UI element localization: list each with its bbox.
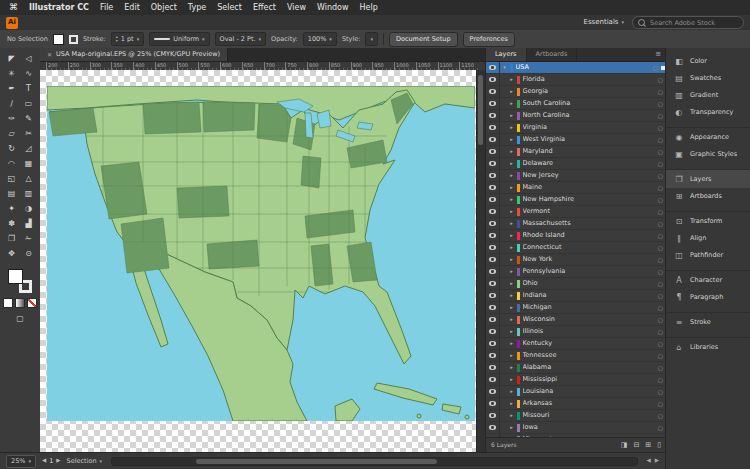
target-icon[interactable]: ○ xyxy=(658,221,663,227)
target-icon[interactable]: ○ xyxy=(658,257,663,263)
character-panel-button[interactable]: A Character xyxy=(666,270,750,289)
expand-chevron[interactable]: ▸▾ xyxy=(507,257,516,262)
menu-help[interactable]: Help xyxy=(359,4,377,12)
expand-chevron[interactable]: ▸▾ xyxy=(507,317,516,322)
visibility-toggle[interactable] xyxy=(486,206,500,217)
visibility-toggle[interactable] xyxy=(486,410,500,421)
expand-chevron[interactable]: ▸▾ xyxy=(507,77,516,82)
target-icon[interactable]: ○ xyxy=(658,293,663,299)
target-icon[interactable]: ○ xyxy=(658,281,663,287)
menu-view[interactable]: View xyxy=(287,4,306,12)
layer-row[interactable]: ▸▾ Pennsylvania ○ xyxy=(486,266,666,278)
artboard-next-icon[interactable]: ▶ xyxy=(56,458,60,464)
layer-row[interactable]: ▸▾ Delaware ○ xyxy=(486,158,666,170)
artboard-prev-icon[interactable]: ◀ xyxy=(42,458,46,464)
layer-name[interactable]: Pennsylvania xyxy=(523,268,655,275)
layer-row[interactable]: ▸▾ Vermont ○ xyxy=(486,206,666,218)
menu-file[interactable]: File xyxy=(100,4,113,12)
stroke-color-swatch[interactable] xyxy=(69,35,78,44)
layer-row[interactable]: ▸▾ Georgia ○ xyxy=(486,86,666,98)
target-icon[interactable]: ○ xyxy=(658,245,663,251)
expand-chevron[interactable]: ▸▾ xyxy=(507,209,516,214)
layer-name[interactable]: Wisconsin xyxy=(523,316,655,323)
align-panel-button[interactable]: ∥ Align xyxy=(666,230,750,247)
expand-chevron[interactable]: ▸▾ xyxy=(507,377,516,382)
graphic-styles-panel-button[interactable]: ▣ Graphic Styles xyxy=(666,146,750,163)
selection-tool[interactable]: ◤ xyxy=(3,51,20,66)
target-icon[interactable]: ○ xyxy=(658,77,663,83)
fill-stroke-control[interactable] xyxy=(8,269,32,293)
target-icon[interactable]: ○ xyxy=(658,377,663,383)
make-clipping-mask-icon[interactable]: ◨ xyxy=(621,442,628,449)
visibility-toggle[interactable] xyxy=(486,134,500,145)
artboard-tool[interactable]: ❐ xyxy=(3,231,20,246)
layer-row[interactable]: ▸▾ Tennessee ○ xyxy=(486,350,666,362)
expand-chevron[interactable]: ▸▾ xyxy=(507,413,516,418)
visibility-toggle[interactable] xyxy=(486,362,500,373)
visibility-toggle[interactable] xyxy=(486,74,500,85)
target-icon[interactable]: ○ xyxy=(658,113,663,119)
target-icon[interactable]: ○ xyxy=(658,341,663,347)
layer-row[interactable]: ▸▾ Maryland ○ xyxy=(486,146,666,158)
layer-row[interactable]: ▸▾ Michigan ○ xyxy=(486,302,666,314)
type-tool[interactable]: T xyxy=(20,81,37,96)
color-panel-button[interactable]: ◧ Color xyxy=(666,53,750,70)
layer-row[interactable]: ▸▾ Ohio ○ xyxy=(486,278,666,290)
visibility-toggle[interactable] xyxy=(486,146,500,157)
menu-illustrator-cc[interactable]: Illustrator CC xyxy=(29,4,89,12)
menu-effect[interactable]: Effect xyxy=(253,4,276,12)
visibility-toggle[interactable] xyxy=(486,374,500,385)
artboards-panel-button[interactable]: ⊞ Artboards xyxy=(666,188,750,205)
expand-chevron[interactable]: ▸▾ xyxy=(507,281,516,286)
delete-layer-icon[interactable]: ▯ xyxy=(657,442,661,449)
apple-menu-icon[interactable]: ⌘ xyxy=(9,3,18,12)
visibility-toggle[interactable] xyxy=(486,86,500,97)
rotate-tool[interactable]: ↻ xyxy=(3,141,20,156)
scrollbar-arrows[interactable]: ◀ ▶ xyxy=(647,458,659,464)
target-icon[interactable]: ○ xyxy=(653,65,658,71)
layer-row[interactable]: ▸▾ New Hampshire ○ xyxy=(486,194,666,206)
expand-chevron[interactable]: ▸▾ xyxy=(507,353,516,358)
visibility-toggle[interactable] xyxy=(486,170,500,181)
layer-row[interactable]: ▸▾ Rhode Island ○ xyxy=(486,230,666,242)
layer-name[interactable]: USA xyxy=(516,64,650,71)
mesh-tool[interactable]: ▤ xyxy=(3,186,20,201)
visibility-toggle[interactable] xyxy=(486,242,500,253)
gradient-mode-button[interactable] xyxy=(15,298,25,308)
artboard-number[interactable]: 1 xyxy=(49,458,53,465)
layer-name[interactable]: Florida xyxy=(523,76,655,83)
line-segment-tool[interactable]: ∕ xyxy=(3,96,20,111)
layer-name[interactable]: Louisiana xyxy=(523,388,655,395)
layer-name[interactable]: Iowa xyxy=(523,424,655,431)
visibility-toggle[interactable] xyxy=(486,338,500,349)
layer-name[interactable]: Maine xyxy=(523,184,655,191)
scroll-left-icon[interactable]: ◀ xyxy=(647,458,651,464)
canvas[interactable] xyxy=(40,70,477,452)
appearance-panel-button[interactable]: ◉ Appearance xyxy=(666,127,750,146)
visibility-toggle[interactable] xyxy=(486,386,500,397)
scissors-tool[interactable]: ✂ xyxy=(20,126,37,141)
pathfinder-panel-button[interactable]: ◫ Pathfinder xyxy=(666,247,750,264)
target-icon[interactable]: ○ xyxy=(658,89,663,95)
visibility-toggle[interactable] xyxy=(486,326,500,337)
menu-object[interactable]: Object xyxy=(151,4,177,12)
layer-name[interactable]: Arkansas xyxy=(523,400,655,407)
layer-row[interactable]: ▸▾ Virginia ○ xyxy=(486,122,666,134)
scale-tool[interactable]: ◿ xyxy=(20,141,37,156)
visibility-toggle[interactable] xyxy=(486,194,500,205)
menu-select[interactable]: Select xyxy=(217,4,242,12)
expand-chevron[interactable]: ▸▾ xyxy=(507,365,516,370)
layers-panel-button[interactable]: ❐ Layers xyxy=(666,169,750,188)
expand-chevron[interactable]: ▸▾ xyxy=(507,401,516,406)
column-graph-tool[interactable]: ▟ xyxy=(20,216,37,231)
target-icon[interactable]: ○ xyxy=(658,317,663,323)
expand-chevron[interactable]: ▸▾ xyxy=(507,149,516,154)
layer-row[interactable]: ▸▾ Missouri ○ xyxy=(486,410,666,422)
layer-name[interactable]: Georgia xyxy=(523,88,655,95)
expand-chevron[interactable]: ▸▾ xyxy=(507,197,516,202)
tab-layers[interactable]: Layers xyxy=(486,48,527,61)
target-icon[interactable]: ○ xyxy=(658,149,663,155)
visibility-toggle[interactable] xyxy=(486,254,500,265)
layer-row[interactable]: ▸▾ Indiana ○ xyxy=(486,290,666,302)
target-icon[interactable]: ○ xyxy=(658,389,663,395)
